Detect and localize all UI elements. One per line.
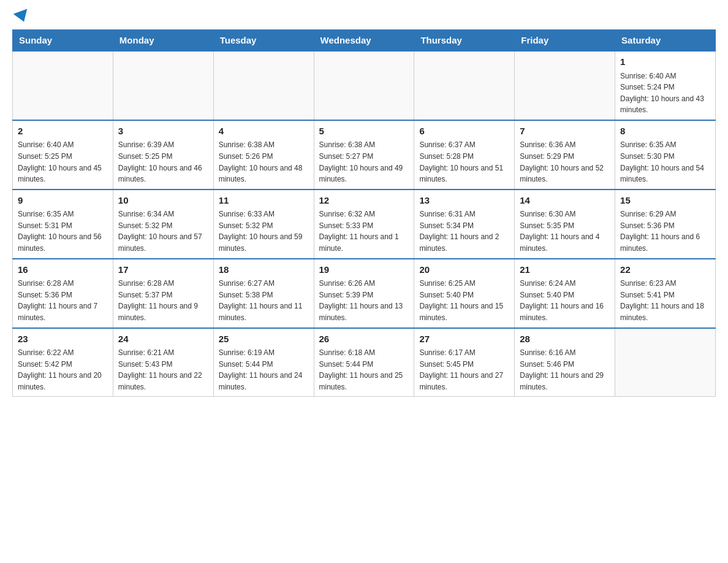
logo-blue-text <box>12 12 29 23</box>
day-number: 2 <box>18 124 108 139</box>
calendar-day-header: Saturday <box>615 30 716 52</box>
calendar-table: SundayMondayTuesdayWednesdayThursdayFrid… <box>12 29 716 397</box>
calendar-day-cell: 28Sunrise: 6:16 AMSunset: 5:46 PMDayligh… <box>515 328 615 397</box>
day-number: 15 <box>620 194 710 208</box>
calendar-day-cell: 12Sunrise: 6:32 AMSunset: 5:33 PMDayligh… <box>314 190 414 259</box>
calendar-day-cell <box>213 51 314 120</box>
page-header <box>12 12 716 23</box>
day-info: Sunrise: 6:35 AMSunset: 5:31 PMDaylight:… <box>18 209 108 254</box>
day-number: 23 <box>18 332 108 347</box>
day-info: Sunrise: 6:37 AMSunset: 5:28 PMDaylight:… <box>419 139 509 185</box>
calendar-day-cell: 8Sunrise: 6:35 AMSunset: 5:30 PMDaylight… <box>615 120 716 190</box>
day-info: Sunrise: 6:28 AMSunset: 5:37 PMDaylight:… <box>118 278 208 323</box>
day-info: Sunrise: 6:34 AMSunset: 5:32 PMDaylight:… <box>118 209 208 254</box>
day-number: 11 <box>219 194 309 208</box>
day-number: 25 <box>219 332 309 347</box>
day-number: 8 <box>620 124 710 139</box>
calendar-day-cell: 19Sunrise: 6:26 AMSunset: 5:39 PMDayligh… <box>314 259 414 328</box>
calendar-day-cell: 1Sunrise: 6:40 AMSunset: 5:24 PMDaylight… <box>615 51 716 120</box>
day-info: Sunrise: 6:28 AMSunset: 5:36 PMDaylight:… <box>18 278 108 323</box>
day-info: Sunrise: 6:39 AMSunset: 5:25 PMDaylight:… <box>118 139 208 185</box>
calendar-day-cell: 3Sunrise: 6:39 AMSunset: 5:25 PMDaylight… <box>113 120 213 190</box>
calendar-day-cell: 14Sunrise: 6:30 AMSunset: 5:35 PMDayligh… <box>515 190 615 259</box>
day-number: 28 <box>520 332 610 347</box>
calendar-day-header: Thursday <box>414 30 515 52</box>
calendar-day-cell: 4Sunrise: 6:38 AMSunset: 5:26 PMDaylight… <box>213 120 314 190</box>
calendar-day-cell: 17Sunrise: 6:28 AMSunset: 5:37 PMDayligh… <box>113 259 213 328</box>
day-info: Sunrise: 6:16 AMSunset: 5:46 PMDaylight:… <box>520 347 610 393</box>
day-info: Sunrise: 6:26 AMSunset: 5:39 PMDaylight:… <box>319 278 409 323</box>
day-info: Sunrise: 6:36 AMSunset: 5:29 PMDaylight:… <box>520 139 610 185</box>
calendar-day-cell: 7Sunrise: 6:36 AMSunset: 5:29 PMDaylight… <box>515 120 615 190</box>
day-number: 18 <box>219 263 309 277</box>
calendar-day-header: Wednesday <box>314 30 414 52</box>
day-number: 10 <box>118 194 208 208</box>
day-number: 26 <box>319 332 409 347</box>
day-info: Sunrise: 6:21 AMSunset: 5:43 PMDaylight:… <box>118 347 208 393</box>
calendar-day-cell: 20Sunrise: 6:25 AMSunset: 5:40 PMDayligh… <box>414 259 515 328</box>
day-info: Sunrise: 6:17 AMSunset: 5:45 PMDaylight:… <box>419 347 509 393</box>
day-number: 27 <box>419 332 509 347</box>
day-info: Sunrise: 6:40 AMSunset: 5:24 PMDaylight:… <box>620 71 710 116</box>
calendar-day-cell: 27Sunrise: 6:17 AMSunset: 5:45 PMDayligh… <box>414 328 515 397</box>
calendar-day-cell <box>314 51 414 120</box>
calendar-day-cell: 26Sunrise: 6:18 AMSunset: 5:44 PMDayligh… <box>314 328 414 397</box>
calendar-day-cell: 2Sunrise: 6:40 AMSunset: 5:25 PMDaylight… <box>13 120 113 190</box>
day-number: 22 <box>620 263 710 277</box>
calendar-day-header: Tuesday <box>213 30 314 52</box>
day-number: 13 <box>419 194 509 208</box>
calendar-day-header: Friday <box>515 30 615 52</box>
day-info: Sunrise: 6:38 AMSunset: 5:26 PMDaylight:… <box>219 139 309 185</box>
calendar-day-cell <box>13 51 113 120</box>
calendar-day-cell: 15Sunrise: 6:29 AMSunset: 5:36 PMDayligh… <box>615 190 716 259</box>
day-info: Sunrise: 6:24 AMSunset: 5:40 PMDaylight:… <box>520 278 610 323</box>
day-number: 6 <box>419 124 509 139</box>
calendar-day-cell: 16Sunrise: 6:28 AMSunset: 5:36 PMDayligh… <box>13 259 113 328</box>
day-info: Sunrise: 6:23 AMSunset: 5:41 PMDaylight:… <box>620 278 710 323</box>
calendar-week-row: 23Sunrise: 6:22 AMSunset: 5:42 PMDayligh… <box>13 328 716 397</box>
day-info: Sunrise: 6:33 AMSunset: 5:32 PMDaylight:… <box>219 209 309 254</box>
calendar-day-cell <box>515 51 615 120</box>
calendar-day-cell: 11Sunrise: 6:33 AMSunset: 5:32 PMDayligh… <box>213 190 314 259</box>
calendar-day-header: Sunday <box>13 30 113 52</box>
day-info: Sunrise: 6:38 AMSunset: 5:27 PMDaylight:… <box>319 139 409 185</box>
day-info: Sunrise: 6:35 AMSunset: 5:30 PMDaylight:… <box>620 139 710 185</box>
logo-triangle-icon <box>13 9 31 24</box>
calendar-day-cell: 18Sunrise: 6:27 AMSunset: 5:38 PMDayligh… <box>213 259 314 328</box>
day-info: Sunrise: 6:30 AMSunset: 5:35 PMDaylight:… <box>520 209 610 254</box>
day-number: 12 <box>319 194 409 208</box>
day-number: 3 <box>118 124 208 139</box>
calendar-day-cell: 25Sunrise: 6:19 AMSunset: 5:44 PMDayligh… <box>213 328 314 397</box>
calendar-day-cell: 22Sunrise: 6:23 AMSunset: 5:41 PMDayligh… <box>615 259 716 328</box>
calendar-week-row: 1Sunrise: 6:40 AMSunset: 5:24 PMDaylight… <box>13 51 716 120</box>
day-number: 24 <box>118 332 208 347</box>
day-info: Sunrise: 6:32 AMSunset: 5:33 PMDaylight:… <box>319 209 409 254</box>
calendar-day-cell: 23Sunrise: 6:22 AMSunset: 5:42 PMDayligh… <box>13 328 113 397</box>
day-info: Sunrise: 6:25 AMSunset: 5:40 PMDaylight:… <box>419 278 509 323</box>
day-number: 17 <box>118 263 208 277</box>
calendar-day-cell: 24Sunrise: 6:21 AMSunset: 5:43 PMDayligh… <box>113 328 213 397</box>
day-number: 19 <box>319 263 409 277</box>
day-number: 14 <box>520 194 610 208</box>
day-number: 16 <box>18 263 108 277</box>
calendar-week-row: 9Sunrise: 6:35 AMSunset: 5:31 PMDaylight… <box>13 190 716 259</box>
calendar-day-cell: 9Sunrise: 6:35 AMSunset: 5:31 PMDaylight… <box>13 190 113 259</box>
calendar-day-header: Monday <box>113 30 213 52</box>
calendar-day-cell: 13Sunrise: 6:31 AMSunset: 5:34 PMDayligh… <box>414 190 515 259</box>
day-info: Sunrise: 6:27 AMSunset: 5:38 PMDaylight:… <box>219 278 309 323</box>
day-info: Sunrise: 6:31 AMSunset: 5:34 PMDaylight:… <box>419 209 509 254</box>
day-info: Sunrise: 6:40 AMSunset: 5:25 PMDaylight:… <box>18 139 108 185</box>
day-number: 5 <box>319 124 409 139</box>
day-number: 7 <box>520 124 610 139</box>
calendar-day-cell <box>615 328 716 397</box>
calendar-header-row: SundayMondayTuesdayWednesdayThursdayFrid… <box>13 30 716 52</box>
calendar-day-cell: 10Sunrise: 6:34 AMSunset: 5:32 PMDayligh… <box>113 190 213 259</box>
logo <box>12 12 29 23</box>
calendar-day-cell: 5Sunrise: 6:38 AMSunset: 5:27 PMDaylight… <box>314 120 414 190</box>
day-info: Sunrise: 6:22 AMSunset: 5:42 PMDaylight:… <box>18 347 108 393</box>
day-info: Sunrise: 6:19 AMSunset: 5:44 PMDaylight:… <box>219 347 309 393</box>
day-number: 21 <box>520 263 610 277</box>
day-number: 9 <box>18 194 108 208</box>
day-info: Sunrise: 6:18 AMSunset: 5:44 PMDaylight:… <box>319 347 409 393</box>
day-number: 1 <box>620 55 710 69</box>
